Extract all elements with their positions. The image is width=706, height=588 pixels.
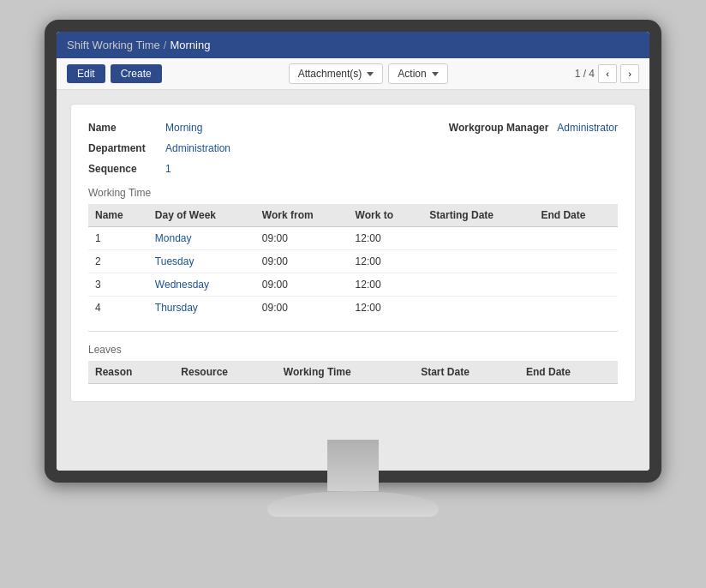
col-work-to: Work to (349, 204, 423, 227)
monitor-stand-base (267, 491, 439, 517)
app-header: Shift Working Time / Morning (57, 32, 649, 58)
leaves-col-working-time: Working Time (277, 361, 414, 384)
table-row: 3 Wednesday 09:00 12:00 (88, 273, 618, 297)
leaves-table: Reason Resource Working Time Start Date … (88, 361, 618, 384)
cell-end-date (534, 273, 618, 297)
cell-work-from: 09:00 (255, 297, 349, 320)
monitor-screen: Shift Working Time / Morning Edit Create… (57, 32, 649, 471)
cell-end-date (534, 250, 618, 273)
breadcrumb-sep: / (164, 39, 167, 51)
cell-work-from: 09:00 (255, 227, 349, 250)
cell-name: 3 (88, 273, 148, 297)
cell-name: 4 (88, 297, 148, 320)
working-time-header-row: Name Day of Week Work from Work to Start… (88, 204, 618, 227)
table-row: 1 Monday 09:00 12:00 (88, 227, 618, 250)
name-value: Morning (165, 122, 202, 134)
col-day-of-week: Day of Week (148, 204, 255, 227)
toolbar-right: 1 / 4 ‹ › (575, 64, 639, 83)
monitor-stand-neck (327, 440, 379, 491)
col-name: Name (88, 204, 148, 227)
cell-work-to: 12:00 (349, 250, 423, 273)
pagination-text: 1 / 4 (575, 68, 595, 80)
table-row: 2 Tuesday 09:00 12:00 (88, 250, 618, 273)
toolbar-center: Attachment(s) Action (289, 63, 448, 84)
edit-button[interactable]: Edit (67, 64, 105, 83)
department-row: Department Administration (88, 142, 618, 154)
cell-name: 2 (88, 250, 148, 273)
form-card: Name Morning Workgroup Manager Administr… (70, 104, 636, 402)
leaves-col-start-date: Start Date (414, 361, 519, 384)
breadcrumb-current: Morning (170, 39, 210, 51)
col-end-date: End Date (534, 204, 618, 227)
content-area: Name Morning Workgroup Manager Administr… (57, 90, 649, 471)
toolbar: Edit Create Attachment(s) Action 1 / 4 ‹ (57, 58, 649, 90)
col-starting-date: Starting Date (422, 204, 534, 227)
sequence-row: Sequence 1 (88, 163, 618, 175)
cell-day: Wednesday (148, 273, 255, 297)
prev-button[interactable]: ‹ (598, 64, 617, 83)
action-caret-icon (432, 72, 439, 76)
leaves-col-resource: Resource (174, 361, 276, 384)
name-row: Name Morning Workgroup Manager Administr… (88, 122, 618, 134)
attachments-button[interactable]: Attachment(s) (289, 63, 384, 84)
table-row: 4 Thursday 09:00 12:00 (88, 297, 618, 320)
cell-day: Thursday (148, 297, 255, 320)
monitor: Shift Working Time / Morning Edit Create… (45, 20, 661, 568)
breadcrumb: Shift Working Time / Morning (67, 39, 210, 51)
cell-start-date (422, 297, 534, 320)
cell-work-to: 12:00 (349, 227, 423, 250)
sequence-label: Sequence (88, 163, 165, 175)
leaves-header-row: Reason Resource Working Time Start Date … (88, 361, 618, 384)
workgroup-manager-value[interactable]: Administrator (557, 122, 618, 134)
col-work-from: Work from (255, 204, 349, 227)
sequence-value: 1 (165, 163, 171, 175)
cell-day: Monday (148, 227, 255, 250)
action-label: Action (398, 68, 426, 80)
toolbar-left: Edit Create (67, 64, 162, 83)
working-time-table: Name Day of Week Work from Work to Start… (88, 204, 618, 319)
cell-end-date (534, 227, 618, 250)
next-button[interactable]: › (620, 64, 639, 83)
department-label: Department (88, 142, 165, 154)
cell-start-date (422, 273, 534, 297)
cell-start-date (422, 227, 534, 250)
attachments-label: Attachment(s) (298, 68, 362, 80)
action-button[interactable]: Action (388, 63, 447, 84)
cell-work-to: 12:00 (349, 273, 423, 297)
leaves-col-reason: Reason (88, 361, 174, 384)
cell-day: Tuesday (148, 250, 255, 273)
attachments-caret-icon (367, 72, 374, 76)
leaves-col-end-date: End Date (519, 361, 618, 384)
cell-name: 1 (88, 227, 148, 250)
divider (88, 331, 618, 332)
leaves-section-title: Leaves (88, 344, 618, 356)
monitor-body: Shift Working Time / Morning Edit Create… (45, 20, 661, 483)
cell-work-from: 09:00 (255, 250, 349, 273)
cell-start-date (422, 250, 534, 273)
cell-end-date (534, 297, 618, 320)
cell-work-to: 12:00 (349, 297, 423, 320)
workgroup-manager-section: Workgroup Manager Administrator (449, 122, 618, 134)
name-label: Name (88, 122, 165, 134)
working-time-section-title: Working Time (88, 187, 618, 199)
department-value[interactable]: Administration (165, 142, 230, 154)
breadcrumb-title[interactable]: Shift Working Time (67, 39, 160, 51)
cell-work-from: 09:00 (255, 273, 349, 297)
create-button[interactable]: Create (111, 64, 162, 83)
workgroup-manager-label: Workgroup Manager (449, 122, 548, 134)
